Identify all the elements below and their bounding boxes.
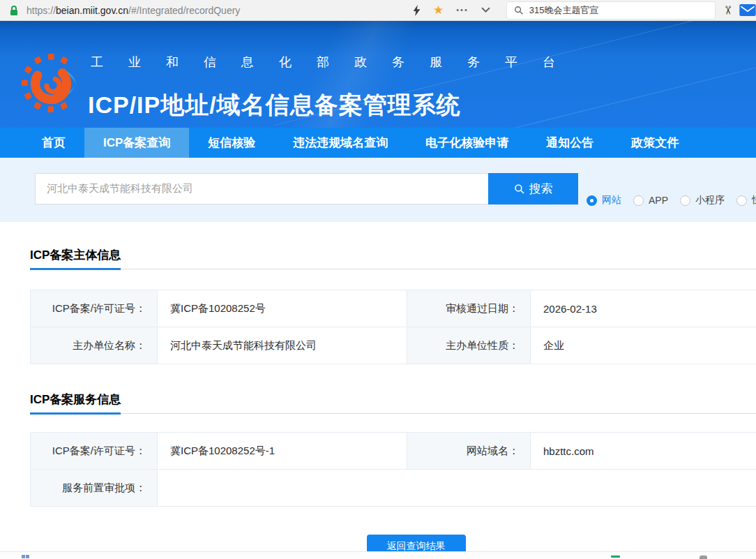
record-detail-content: ICP备案主体信息 ICP备案/许可证号： 冀ICP备10208252号 审核通… <box>0 222 756 558</box>
scissors-icon[interactable]: ✂ <box>721 5 733 15</box>
nav-item-home[interactable]: 首页 <box>23 128 84 158</box>
table-row: ICP备案/许可证号： 冀ICP备10208252号-1 网站域名： hbztt… <box>31 433 756 470</box>
field-label: ICP备案/许可证号： <box>31 290 158 327</box>
chevron-down-icon[interactable] <box>481 7 490 13</box>
url-protocol: https:// <box>27 5 56 16</box>
field-value: hbzttc.com <box>531 433 756 470</box>
site-header-banner: 工业和信息化部政务服务平台 ICP/IP地址/域名信息备案管理系统 <box>0 21 756 128</box>
query-type-radios: 网站 APP 小程序 快应用 <box>587 194 756 207</box>
browser-search-text: 315晚会主题官宣 <box>529 4 599 17</box>
nav-item-e-verification[interactable]: 电子化核验申请 <box>407 128 527 158</box>
secure-lock-icon <box>10 5 18 16</box>
mail-icon[interactable] <box>739 4 756 16</box>
radio-quick-app[interactable]: 快应用 <box>736 194 756 207</box>
radio-mini-program[interactable]: 小程序 <box>680 194 725 207</box>
field-label: 主办单位名称： <box>31 327 158 364</box>
url-text[interactable]: https://beian.miit.gov.cn/#/Integrated/r… <box>27 5 240 16</box>
browser-search-box[interactable]: 315晚会主题官宣 <box>506 1 716 20</box>
section-title: ICP备案主体信息 <box>30 247 121 270</box>
nav-item-policy-documents[interactable]: 政策文件 <box>612 128 697 158</box>
lightning-bolt-icon[interactable] <box>413 5 421 16</box>
search-button[interactable]: 搜索 <box>488 173 578 204</box>
url-path: /#/Integrated/recordQuery <box>128 5 240 16</box>
query-input[interactable] <box>35 173 488 204</box>
url-domain: beian.miit.gov.cn <box>56 5 128 16</box>
taskbar <box>0 551 756 559</box>
field-label: 网站域名： <box>407 433 531 470</box>
nav-item-announcements[interactable]: 通知公告 <box>527 128 612 158</box>
radio-label: APP <box>649 195 668 206</box>
field-label: ICP备案/许可证号： <box>31 433 158 470</box>
back-button-row: 返回查询结果 <box>30 507 756 558</box>
bookmark-star-icon[interactable]: ★ <box>433 4 444 16</box>
query-section: 搜索 网站 APP 小程序 快应用 <box>0 158 756 222</box>
field-value: 2026-02-13 <box>531 290 756 327</box>
subject-section-heading: ICP备案主体信息 <box>30 222 756 269</box>
tray-app-icon[interactable] <box>700 556 707 559</box>
field-value: 冀ICP备10208252号-1 <box>158 433 407 470</box>
radio-unselected-icon <box>633 195 644 206</box>
field-label: 审核通过日期： <box>407 290 531 327</box>
more-menu-icon[interactable]: ••• <box>456 6 469 14</box>
search-icon <box>514 6 524 15</box>
platform-tagline: 工业和信息化部政务服务平台 <box>91 54 580 70</box>
nav-item-illegal-domain-query[interactable]: 违法违规域名查询 <box>274 128 407 158</box>
radio-label: 小程序 <box>695 194 725 207</box>
field-label: 服务前置审批项： <box>31 470 158 507</box>
browser-address-bar: https://beian.miit.gov.cn/#/Integrated/r… <box>0 0 756 21</box>
nav-item-icp-query[interactable]: ICP备案查询 <box>84 128 189 158</box>
nav-item-sms-verify[interactable]: 短信核验 <box>189 128 274 158</box>
field-value: 企业 <box>531 327 756 364</box>
radio-website[interactable]: 网站 <box>587 194 621 207</box>
field-label: 主办单位性质： <box>407 327 531 364</box>
search-icon <box>514 184 525 195</box>
radio-unselected-icon <box>680 195 690 206</box>
radio-unselected-icon <box>736 195 747 206</box>
field-value <box>158 470 756 507</box>
field-value: 冀ICP备10208252号 <box>158 290 407 327</box>
service-info-table: ICP备案/许可证号： 冀ICP备10208252号-1 网站域名： hbztt… <box>30 432 756 507</box>
main-nav: 首页 ICP备案查询 短信核验 违法违规域名查询 电子化核验申请 通知公告 政策… <box>0 128 756 158</box>
site-title: ICP/IP地址/域名信息备案管理系统 <box>88 89 461 121</box>
table-row: 服务前置审批项： <box>31 470 756 507</box>
radio-label: 网站 <box>602 194 621 207</box>
search-button-label: 搜索 <box>529 181 553 197</box>
radio-label: 快应用 <box>752 194 756 207</box>
radio-selected-icon <box>587 195 597 206</box>
table-row: ICP备案/许可证号： 冀ICP备10208252号 审核通过日期： 2026-… <box>31 290 756 327</box>
table-row: 主办单位名称： 河北中泰天成节能科技有限公司 主办单位性质： 企业 <box>31 327 756 364</box>
miit-gear-logo <box>22 52 82 112</box>
tray-app-icon[interactable] <box>611 556 620 558</box>
service-section-heading: ICP备案服务信息 <box>30 364 756 414</box>
subject-info-table: ICP备案/许可证号： 冀ICP备10208252号 审核通过日期： 2026-… <box>30 290 756 364</box>
section-title: ICP备案服务信息 <box>30 392 121 415</box>
field-value: 河北中泰天成节能科技有限公司 <box>158 327 407 364</box>
windows-start-icon[interactable] <box>22 555 31 559</box>
radio-app[interactable]: APP <box>633 195 668 206</box>
